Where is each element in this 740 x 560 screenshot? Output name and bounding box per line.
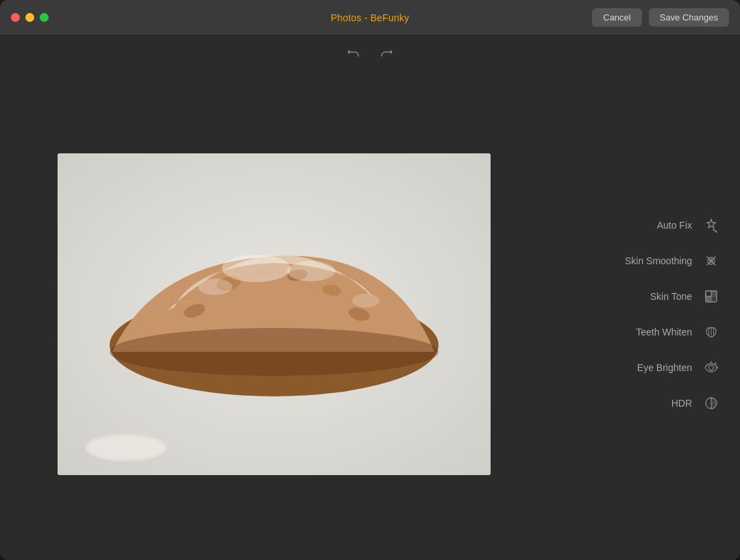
- close-button[interactable]: [11, 13, 20, 22]
- hdr-label: HDR: [567, 398, 692, 409]
- sidebar-item-auto-fix[interactable]: Auto Fix: [554, 209, 735, 242]
- svg-point-13: [110, 328, 439, 376]
- redo-button[interactable]: [375, 41, 397, 63]
- svg-point-27: [709, 366, 714, 370]
- sidebar-item-eye-brighten[interactable]: Eye Brighten: [554, 351, 735, 384]
- sidebar-item-skin-tone[interactable]: Skin Tone: [554, 280, 735, 313]
- eye-brighten-label: Eye Brighten: [567, 362, 692, 373]
- sidebar-item-hdr[interactable]: HDR: [554, 387, 735, 420]
- svg-point-12: [352, 294, 380, 307]
- main-content: Auto Fix Skin Smoothing: [0, 68, 740, 560]
- svg-point-9: [222, 255, 291, 282]
- svg-rect-21: [711, 291, 717, 296]
- skin-smoothing-label: Skin Smoothing: [567, 255, 692, 266]
- auto-fix-label: Auto Fix: [567, 220, 692, 231]
- sidebar-item-teeth-whiten[interactable]: Teeth Whiten: [554, 316, 735, 348]
- window-title: Photos - BeFunky: [331, 12, 409, 23]
- teeth-whiten-icon: [702, 322, 721, 342]
- sidebar: Auto Fix Skin Smoothing: [548, 68, 740, 560]
- title-app: BeFunky: [371, 12, 410, 23]
- sidebar-item-skin-smoothing[interactable]: Skin Smoothing: [554, 244, 735, 277]
- eye-brighten-icon: [702, 358, 721, 377]
- app-window: Photos - BeFunky Cancel Save Changes: [0, 0, 740, 560]
- skin-tone-icon: [702, 287, 721, 306]
- toolbar: [0, 36, 740, 68]
- minimize-button[interactable]: [25, 13, 34, 22]
- photo-container: [58, 153, 491, 475]
- teeth-whiten-label: Teeth Whiten: [567, 327, 692, 338]
- hdr-icon: [702, 394, 721, 413]
- photo-image: [58, 153, 491, 475]
- save-changes-button[interactable]: Save Changes: [649, 8, 729, 27]
- svg-rect-20: [706, 291, 711, 296]
- svg-rect-23: [711, 296, 717, 302]
- skin-tone-label: Skin Tone: [567, 291, 692, 302]
- svg-point-15: [88, 437, 164, 459]
- titlebar-actions: Cancel Save Changes: [592, 8, 729, 27]
- undo-button[interactable]: [343, 41, 365, 63]
- maximize-button[interactable]: [40, 13, 49, 22]
- svg-point-11: [198, 279, 232, 295]
- title-static: Photos -: [331, 12, 371, 23]
- svg-point-10: [287, 261, 335, 281]
- titlebar: Photos - BeFunky Cancel Save Changes: [0, 0, 740, 36]
- svg-line-16: [713, 229, 717, 232]
- skin-smoothing-icon: [702, 251, 721, 270]
- svg-line-29: [715, 363, 717, 364]
- auto-fix-icon: [702, 216, 721, 235]
- svg-rect-22: [706, 296, 711, 302]
- canvas-area: [0, 68, 548, 560]
- cancel-button[interactable]: Cancel: [592, 8, 641, 27]
- traffic-lights: [11, 13, 49, 22]
